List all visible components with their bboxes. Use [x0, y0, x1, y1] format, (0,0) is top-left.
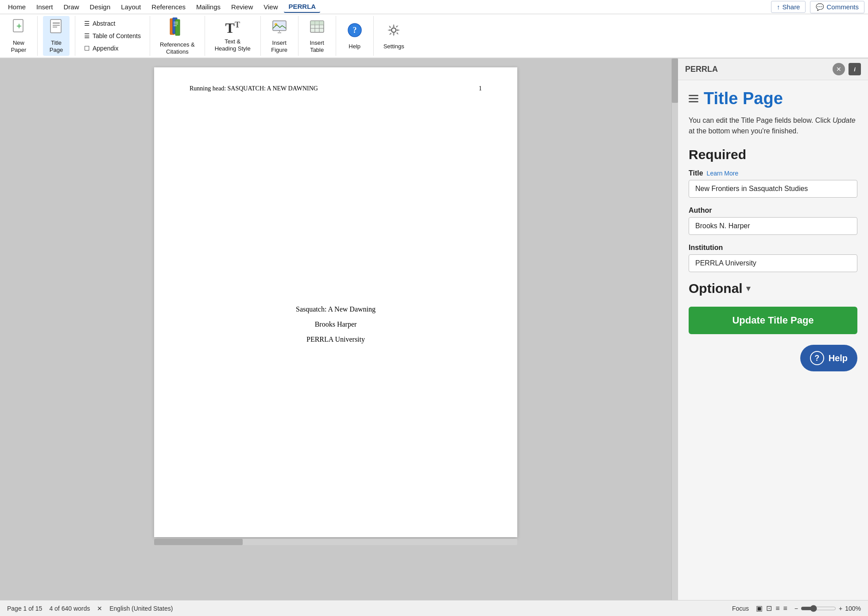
title-input[interactable]: [689, 180, 857, 198]
zoom-slider[interactable]: [801, 605, 836, 612]
settings-ribbon-label: Settings: [384, 43, 404, 50]
status-bar: Page 1 of 15 4 of 640 words ✕ English (U…: [0, 600, 868, 616]
desc-part2: at the bottom when you're finished.: [689, 127, 798, 135]
view-icon-4[interactable]: ≡: [783, 604, 787, 612]
view-icon-1[interactable]: ▣: [756, 604, 763, 612]
spell-check-icon[interactable]: ✕: [97, 605, 102, 612]
insert-table-button[interactable]: InsertTable: [304, 16, 330, 56]
menu-review[interactable]: Review: [227, 1, 257, 12]
insert-figure-button[interactable]: InsertFigure: [266, 16, 293, 56]
menu-bar: Home Insert Draw Design Layout Reference…: [0, 0, 868, 14]
text-style-label: Text &Heading Style: [215, 38, 251, 52]
language-label: English (United States): [109, 605, 173, 612]
panel-description: You can edit the Title Page fields below…: [689, 115, 857, 136]
share-icon: ↑: [777, 3, 780, 11]
menu-references[interactable]: References: [147, 1, 190, 12]
panel-info-button[interactable]: i: [849, 63, 861, 75]
panel-section-title-text: Title Page: [704, 89, 783, 108]
menu-view[interactable]: View: [259, 1, 282, 12]
institution-input[interactable]: [689, 254, 857, 272]
desc-italic: Update: [833, 117, 856, 124]
settings-ribbon-button[interactable]: Settings: [379, 19, 409, 53]
panel-section-heading: Title Page: [689, 89, 857, 108]
author-input[interactable]: [689, 217, 857, 235]
panel-header: PERRLA ✕ i: [678, 58, 868, 80]
svg-rect-13: [273, 21, 286, 31]
table-of-contents-button[interactable]: ☰ Table of Contents: [81, 30, 144, 42]
svg-point-25: [391, 28, 396, 32]
panel-content: Title Page You can edit the Title Page f…: [678, 80, 868, 600]
title-label-text: Title: [689, 169, 703, 177]
title-page-icon: [48, 19, 64, 38]
menu-perrla[interactable]: PERRLA: [284, 1, 320, 13]
update-title-page-button[interactable]: Update Title Page: [689, 307, 857, 334]
horizontal-scrollbar[interactable]: [154, 539, 517, 545]
title-field-label: Title Learn More: [689, 169, 857, 177]
comments-button[interactable]: 💬 Comments: [810, 1, 864, 13]
menu-draw[interactable]: Draw: [59, 1, 84, 12]
share-button[interactable]: ↑ Share: [771, 1, 806, 13]
zoom-controls: − + 100%: [794, 605, 861, 612]
zoom-out-button[interactable]: −: [794, 605, 798, 612]
view-icon-3[interactable]: ≡: [775, 604, 779, 612]
desc-part1: You can edit the Title Page fields below…: [689, 117, 833, 124]
help-panel-button[interactable]: ? Help: [800, 345, 857, 371]
doc-institution: PERRLA University: [306, 335, 365, 343]
help-ribbon-icon: ?: [347, 22, 363, 41]
text-style-icon: TT: [225, 20, 240, 36]
insert-figure-label: InsertFigure: [271, 39, 287, 53]
author-field-label: Author: [689, 207, 857, 214]
optional-section-toggle[interactable]: Optional ▾: [689, 281, 857, 296]
panel-close-button[interactable]: ✕: [833, 63, 845, 75]
help-ribbon-button[interactable]: ? Help: [341, 19, 368, 53]
required-heading: Required: [689, 147, 857, 162]
insert-table-icon: [309, 19, 325, 38]
ribbon: NewPaper TitlePage ☰ Abstract ☰: [0, 14, 868, 58]
title-learn-more-link[interactable]: Learn More: [707, 170, 739, 177]
running-head: Running head: SASQUATCH: A NEW DAWNING: [190, 85, 318, 92]
view-icon-2[interactable]: ⊡: [766, 604, 772, 612]
abstract-stack: ☰ Abstract ☰ Table of Contents ☐ Appendi…: [81, 18, 144, 54]
settings-ribbon-icon: [386, 22, 402, 41]
abstract-button[interactable]: ☰ Abstract: [81, 18, 144, 29]
svg-text:?: ?: [353, 26, 356, 35]
help-circle-icon: ?: [810, 351, 824, 365]
svg-rect-3: [50, 19, 61, 33]
ribbon-group-new-paper: NewPaper: [0, 16, 38, 56]
document-area[interactable]: Running head: SASQUATCH: A NEW DAWNING 1…: [0, 58, 671, 600]
word-count: 4 of 640 words: [49, 605, 90, 612]
menu-design[interactable]: Design: [85, 1, 115, 12]
institution-label-text: Institution: [689, 244, 723, 252]
appendix-button[interactable]: ☐ Appendix: [81, 43, 144, 54]
optional-label: Optional: [689, 281, 743, 296]
title-page-label: TitlePage: [50, 39, 63, 53]
perrla-panel: PERRLA ✕ i Title Page You can edit the T…: [678, 58, 868, 600]
references-label: References &Citations: [160, 41, 195, 55]
page-body: Sasquatch: A New Dawning Brooks Harper P…: [190, 103, 482, 502]
main-layout: Running head: SASQUATCH: A NEW DAWNING 1…: [0, 58, 868, 600]
doc-author: Brooks Harper: [315, 320, 357, 328]
zoom-level: 100%: [845, 605, 861, 612]
help-ribbon-label: Help: [349, 43, 360, 50]
insert-figure-icon: [271, 19, 287, 38]
new-paper-button[interactable]: NewPaper: [5, 16, 32, 56]
abstract-icon: ☰: [84, 20, 90, 27]
menu-layout[interactable]: Layout: [116, 1, 145, 12]
new-paper-label: NewPaper: [11, 39, 27, 53]
menu-home[interactable]: Home: [4, 1, 30, 12]
ribbon-group-references: References &Citations: [150, 16, 205, 56]
ribbon-group-text-style: TT Text &Heading Style: [205, 16, 261, 56]
references-icon: [169, 17, 185, 39]
focus-label[interactable]: Focus: [732, 605, 749, 612]
menu-mailings[interactable]: Mailings: [192, 1, 225, 12]
document-page: Running head: SASQUATCH: A NEW DAWNING 1…: [154, 67, 517, 537]
references-citations-button[interactable]: References &Citations: [155, 14, 199, 58]
hamburger-menu-icon[interactable]: [689, 95, 698, 102]
new-paper-icon: [11, 19, 27, 38]
vertical-scrollbar[interactable]: [671, 58, 678, 600]
menu-insert[interactable]: Insert: [32, 1, 58, 12]
svg-rect-2: [19, 24, 19, 28]
title-page-button[interactable]: TitlePage: [43, 16, 70, 56]
zoom-in-button[interactable]: +: [839, 605, 842, 612]
text-heading-style-button[interactable]: TT Text &Heading Style: [210, 17, 255, 55]
